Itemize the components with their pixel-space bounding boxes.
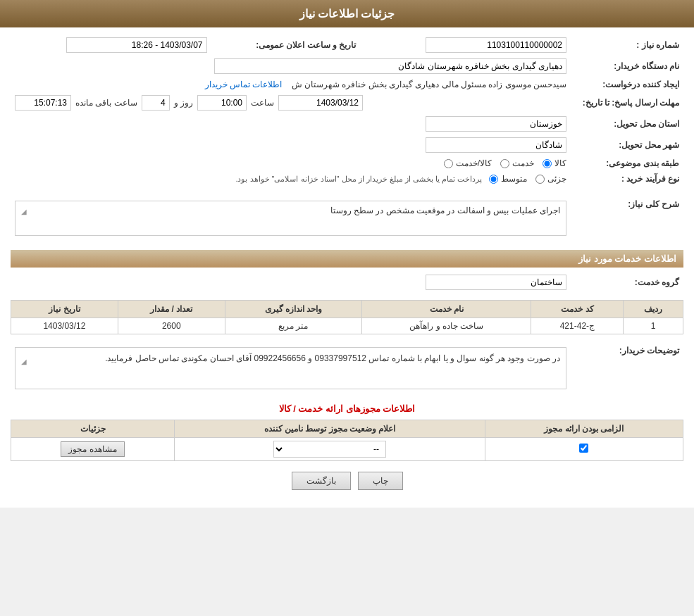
permit-table-header: الزامی بودن ارائه مجوز اعلام وضعیت مجوز …	[11, 420, 683, 438]
permit-table-body: -- مشاهده مجوز	[11, 438, 683, 461]
category-goods-radio[interactable]	[543, 159, 552, 168]
buyer-notes-row: توضیحات خریدار: در صورت وجود هر گونه سوا…	[11, 340, 683, 396]
description-box-inner: اجرای عملیات بیس و اسفالت در موقعیت مشخص…	[21, 206, 560, 215]
page-title: جزئیات اطلاعات نیاز	[299, 8, 395, 20]
table-row: 1ج-42-421ساخت جاده و راهآهنمتر مربع26001…	[11, 318, 683, 334]
announce-date-label: تاریخ و ساعت اعلان عمومی:	[211, 34, 371, 56]
buyer-org-label: نام دستگاه خریدار:	[571, 56, 683, 77]
purchase-medium-label: متوسط	[501, 174, 527, 184]
category-radio-service[interactable]: خدمت	[500, 158, 534, 168]
category-radio-goods[interactable]: کالا	[543, 158, 566, 168]
deadline-date-input[interactable]	[278, 95, 363, 111]
purchase-partial-label: جزئی	[547, 174, 566, 184]
province-label: استان محل تحویل:	[571, 113, 683, 134]
buyer-notes-box: در صورت وجود هر گونه سوال و یا ابهام با …	[15, 347, 566, 389]
back-button[interactable]: بازگشت	[292, 472, 351, 490]
deadline-time-input[interactable]	[197, 95, 247, 111]
permit-col-status: اعلام وضعیت مجوز توسط نامین کننده	[175, 420, 485, 438]
need-number-row: شماره نیاز : تاریخ و ساعت اعلان عمومی:	[11, 34, 683, 56]
purchase-type-value: جزئی متوسط پرداخت تمام یا بخشی از مبلغ خ…	[11, 171, 571, 187]
permit-mandatory-cell	[485, 438, 683, 461]
info-table: شماره نیاز : تاریخ و ساعت اعلان عمومی: ن…	[11, 34, 683, 187]
main-content: شماره نیاز : تاریخ و ساعت اعلان عمومی: ن…	[0, 27, 694, 508]
province-value	[11, 113, 571, 134]
city-input[interactable]	[426, 137, 566, 153]
description-label: شرح کلی نیاز:	[571, 194, 683, 243]
permit-col-details: جزئیات	[11, 420, 175, 438]
buyer-notes-text: در صورت وجود هر گونه سوال و یا ابهام با …	[27, 352, 560, 365]
services-header-row: ردیف کد خدمت نام خدمت واحد اندازه گیری ت…	[11, 301, 683, 318]
col-service-name: نام خدمت	[362, 301, 531, 318]
buyer-org-input[interactable]	[214, 58, 566, 74]
category-service-label: خدمت	[512, 158, 534, 168]
deadline-remaining-label: ساعت باقی مانده	[75, 98, 137, 108]
requester-value: سیدحسن موسوی زاده مسئول مالی دهیاری گیدا…	[11, 77, 571, 92]
category-both-radio[interactable]	[444, 159, 453, 168]
print-button[interactable]: چاپ	[358, 472, 403, 490]
buyer-org-row: نام دستگاه خریدار:	[11, 56, 683, 77]
contact-info-link[interactable]: اطلاعات تماس خریدار	[205, 80, 283, 89]
purchase-type-partial[interactable]: جزئی	[535, 174, 566, 184]
service-group-table: گروه خدمت:	[11, 272, 683, 293]
permit-col-mandatory: الزامی بودن ارائه مجوز	[485, 420, 683, 438]
col-quantity: تعداد / مقدار	[118, 301, 225, 318]
category-row: طبقه بندی موضوعی: کالا خدمت کالا/خدمت	[11, 156, 683, 171]
table-cell-code: ج-42-421	[531, 318, 624, 334]
province-input[interactable]	[426, 116, 566, 132]
description-text: اجرای عملیات بیس و اسفالت در موقعیت مشخص…	[27, 206, 560, 215]
permit-details-cell: مشاهده مجوز	[11, 438, 175, 461]
service-group-value	[11, 272, 571, 293]
purchase-type-note: پرداخت تمام یا بخشی از مبلغ خریدار از مح…	[235, 175, 482, 184]
permit-status-select[interactable]: --	[273, 441, 386, 458]
deadline-days-input[interactable]	[142, 95, 170, 111]
province-row: استان محل تحویل:	[11, 113, 683, 134]
view-permit-button[interactable]: مشاهده مجوز	[61, 441, 124, 457]
permit-section-title: اطلاعات مجوزهای ارائه خدمت / کالا	[11, 403, 683, 414]
buyer-notes-value-cell: در صورت وجود هر گونه سوال و یا ابهام با …	[11, 340, 571, 396]
description-table: شرح کلی نیاز: اجرای عملیات بیس و اسفالت …	[11, 194, 683, 243]
table-cell-name: ساخت جاده و راهآهن	[362, 318, 531, 334]
deadline-time-label: ساعت	[251, 98, 274, 108]
table-cell-date: 1403/03/12	[11, 318, 118, 334]
purchase-type-medium[interactable]: متوسط	[489, 174, 527, 184]
category-service-radio[interactable]	[500, 159, 509, 168]
purchase-partial-radio[interactable]	[535, 175, 545, 184]
services-section-title: اطلاعات خدمات مورد نیاز	[11, 250, 683, 268]
category-both-label: کالا/خدمت	[456, 158, 492, 168]
col-row-num: ردیف	[624, 301, 683, 318]
need-number-value	[370, 34, 571, 56]
city-label: شهر محل تحویل:	[571, 134, 683, 156]
description-value-cell: اجرای عملیات بیس و اسفالت در موقعیت مشخص…	[11, 194, 571, 243]
purchase-type-label: نوع فرآیند خرید :	[571, 171, 683, 187]
deadline-remaining-input[interactable]	[15, 95, 71, 111]
service-group-input[interactable]	[426, 275, 566, 290]
requester-label: ایجاد کننده درخواست:	[571, 77, 683, 92]
buyer-notes-resize-icon: ◢	[21, 358, 27, 365]
category-options: کالا خدمت کالا/خدمت	[11, 156, 571, 171]
purchase-medium-radio[interactable]	[489, 175, 498, 184]
need-number-input[interactable]	[426, 37, 566, 53]
page-wrapper: جزئیات اطلاعات نیاز شماره نیاز : تاریخ و…	[0, 0, 694, 508]
table-cell-unit: متر مربع	[225, 318, 361, 334]
deadline-label: مهلت ارسال پاسخ: تا تاریخ:	[571, 92, 683, 113]
deadline-days-label: روز و	[174, 98, 193, 108]
table-cell-quantity: 2600	[118, 318, 225, 334]
action-buttons: چاپ بازگشت	[11, 472, 683, 490]
buyer-org-value	[11, 56, 571, 77]
buyer-notes-inner: در صورت وجود هر گونه سوال و یا ابهام با …	[21, 352, 560, 365]
col-service-code: کد خدمت	[531, 301, 624, 318]
description-box: اجرای عملیات بیس و اسفالت در موقعیت مشخص…	[15, 201, 566, 236]
category-radio-both[interactable]: کالا/خدمت	[444, 158, 492, 168]
buyer-notes-table: توضیحات خریدار: در صورت وجود هر گونه سوا…	[11, 340, 683, 396]
city-row: شهر محل تحویل:	[11, 134, 683, 156]
table-cell-row: 1	[624, 318, 683, 334]
resize-handle-icon: ◢	[21, 208, 27, 215]
announce-date-input[interactable]	[66, 37, 207, 53]
services-table-header: ردیف کد خدمت نام خدمت واحد اندازه گیری ت…	[11, 301, 683, 318]
permit-status-cell: --	[175, 438, 485, 461]
service-group-row: گروه خدمت:	[11, 272, 683, 293]
service-group-label: گروه خدمت:	[571, 272, 683, 293]
permit-table: الزامی بودن ارائه مجوز اعلام وضعیت مجوز …	[11, 420, 683, 461]
permit-mandatory-checkbox[interactable]	[579, 444, 588, 453]
buyer-notes-label: توضیحات خریدار:	[571, 340, 683, 396]
